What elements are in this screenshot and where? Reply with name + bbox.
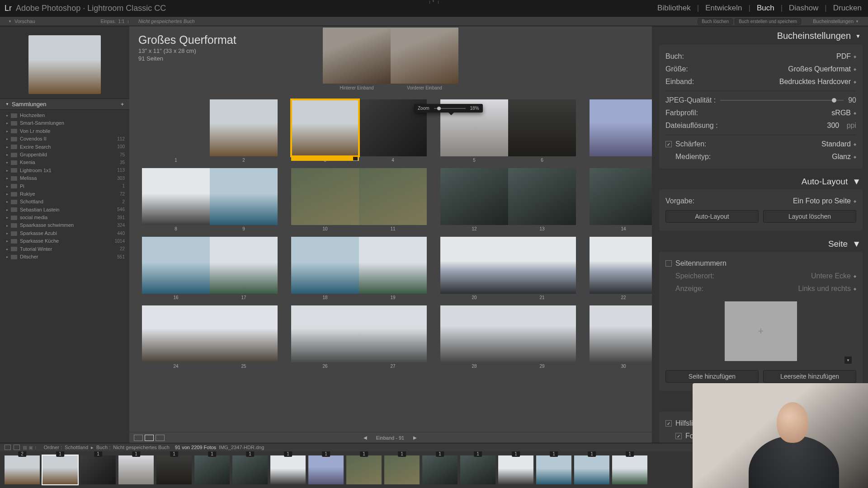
collection-item[interactable]: ▸Sparkasse Küche1014 [6,237,129,245]
panel-toggle-top[interactable] [429,1,439,4]
add-page-button[interactable]: Seite hinzufügen [665,370,759,383]
filmstrip-thumb[interactable]: 1 [80,455,116,484]
autolayout-preset-row[interactable]: Vorgabe: Ein Foto pro Seite◆ [665,195,856,207]
panel-toggle-bottom[interactable] [429,483,439,488]
add-collection-icon[interactable]: + [121,101,124,108]
page-spread[interactable]: 1617 [142,237,278,294]
filmstrip-thumb[interactable]: 1 [346,455,382,484]
page-panel-header[interactable]: Seite▼ [659,235,863,252]
page-spread[interactable]: 12 [142,99,278,156]
book-setting-row[interactable]: Buch:PDF◆ [665,50,856,63]
collection-item[interactable]: ▸Melissa303 [6,174,129,182]
collection-item[interactable]: ▸Schottland2 [6,198,129,206]
page-spread[interactable]: 89 [142,168,278,225]
sharpen-row[interactable]: Schärfen: Standard◆ [665,138,856,150]
collection-item[interactable]: ▸Tutorial Winter22 [6,245,129,253]
filmstrip-thumb[interactable]: 2 [5,455,40,484]
page-spread[interactable]: 22 [590,237,652,294]
add-blank-button[interactable]: Leerseite hinzufügen [763,370,856,383]
collection-item[interactable]: ▸Sparkasse Azubi440 [6,230,129,237]
next-page-icon[interactable]: ▶ [413,435,417,440]
template-picker-icon[interactable]: ▼ [844,357,852,364]
autolayout-button[interactable]: Auto-Layout [665,210,759,223]
filmstrip-thumb[interactable]: 1 [460,455,495,484]
front-cover-page[interactable] [391,28,458,84]
collection-item[interactable]: ▸Smart-Sammlungen [6,119,129,127]
filmstrip-thumb[interactable]: 1 [308,455,344,484]
page-spread[interactable]: 1213 [440,168,576,225]
book-setting-row[interactable]: Einband:Bedrucktes Hardcover◆ [665,75,856,88]
collection-item[interactable]: ▸Ditscher551 [6,253,129,261]
color-profile-row[interactable]: Farbprofil: sRGB◆ [665,107,856,119]
filmstrip-thumb[interactable]: 1 [574,455,609,484]
collection-item[interactable]: ▸Ksenia35 [6,159,129,166]
page-numbers-checkbox[interactable] [665,260,672,267]
module-library[interactable]: Bibliothek [656,4,693,13]
guides-checkbox[interactable] [665,420,672,427]
collection-item[interactable]: ▸Gruppenbild75 [6,151,129,159]
clear-book-button[interactable]: Buch löschen [698,18,733,25]
book-setting-row[interactable]: Größe:Großes Querformat◆ [665,63,856,75]
collections-header[interactable]: Sammlungen + [0,99,129,110]
page-spread[interactable]: 34 [291,99,427,156]
collection-item[interactable]: ▸Covendos II112 [6,135,129,143]
page-spread[interactable]: 1011 [291,168,427,225]
module-book[interactable]: Buch [755,4,776,13]
collection-item[interactable]: ▸Lightroom 1x1113 [6,167,129,174]
collection-item[interactable]: ▸Rukiye72 [6,190,129,198]
filmstrip-thumb[interactable]: 1 [384,455,420,484]
collection-item[interactable]: ▸Excire Search100 [6,143,129,151]
filmstrip-thumb[interactable]: 1 [156,455,192,484]
filmstrip-book[interactable]: Nicht gespeichertes Buch [113,445,170,450]
page-spread[interactable]: 1819 [291,237,427,294]
collection-item[interactable]: ▸Spaarkasse schwimmen324 [6,221,129,229]
filmstrip-thumb[interactable]: 1 [498,455,533,484]
filmstrip-folder[interactable]: Schottland [65,445,88,450]
jpeg-quality-slider[interactable] [720,100,844,101]
primary-display-icon[interactable] [5,445,11,450]
zoom-popover[interactable]: Zoom 18% [414,104,483,113]
filmstrip-thumb[interactable]: 1 [42,455,78,484]
save-book-button[interactable]: Buch erstellen und speichern [735,18,801,25]
page-spread[interactable]: 2829 [440,305,576,362]
filmstrip-thumb[interactable]: 1 [270,455,306,484]
view-multi-icon[interactable] [134,435,143,441]
secondary-display-icon[interactable] [14,445,20,450]
file-resolution-row[interactable]: Dateiauflösung : 300 ppi [665,119,856,132]
page-spread[interactable]: 2627 [291,305,427,362]
collection-item[interactable]: ▸Pi1 [6,183,129,190]
sharpen-checkbox[interactable] [665,141,672,147]
filmstrip-thumb[interactable]: 1 [194,455,230,484]
clear-layout-button[interactable]: Layout löschen [763,210,856,223]
page-spread[interactable]: 14 [590,168,652,225]
page-template-well[interactable]: + ▼ [665,295,856,367]
filmstrip-thumb[interactable]: 1 [536,455,571,484]
book-settings-header[interactable]: Bucheinstellungen▼ [659,26,863,45]
photo-cells-checkbox[interactable] [675,433,682,439]
page-numbers-row[interactable]: Seitennummern [665,257,856,270]
collection-item[interactable]: ▸Von Lr mobile [6,127,129,135]
autolayout-header[interactable]: Auto-Layout▼ [659,172,863,189]
book-settings-toggle[interactable]: Bucheinstellungen▼ [813,19,868,24]
module-develop[interactable]: Entwickeln [703,4,744,13]
page-spread[interactable]: 2425 [142,305,278,362]
filmstrip-thumb[interactable]: 1 [232,455,268,484]
page-spread[interactable] [590,99,652,156]
module-print[interactable]: Drucken [831,4,863,13]
module-slideshow[interactable]: Diashow [787,4,820,13]
zoom-fit-fill[interactable]: Einpas. 1:1 ↕ [101,19,129,24]
back-cover-page[interactable] [323,28,391,84]
view-single-icon[interactable] [156,435,165,441]
filmstrip-thumb[interactable]: 1 [118,455,154,484]
collection-item[interactable]: ▸Sebastian Lastein546 [6,206,129,214]
filmstrip-thumb[interactable]: 1 [612,455,647,484]
page-spread[interactable]: 30 [590,305,652,362]
filmstrip-thumb[interactable]: 1 [422,455,458,484]
left-panel-header[interactable]: Vorschau Einpas. 1:1 ↕ [0,19,129,24]
zoom-slider[interactable] [434,108,466,109]
collection-item[interactable]: ▸Hochzeiten [6,112,129,119]
media-type-row[interactable]: Medientyp: Glanz◆ [665,150,856,163]
prev-page-icon[interactable]: ◀ [363,435,367,440]
view-spread-icon[interactable] [145,435,154,441]
page-spread[interactable]: 2021 [440,237,576,294]
